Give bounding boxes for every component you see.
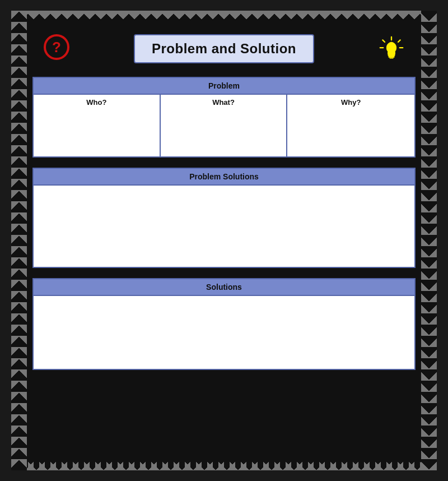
svg-rect-9: [389, 58, 393, 59]
problem-solutions-body: [34, 186, 414, 267]
solutions-header: Solutions: [34, 279, 414, 296]
what-column: What?: [161, 95, 288, 156]
question-icon: ?: [44, 34, 69, 64]
svg-text:?: ?: [52, 39, 61, 55]
solutions-body: [34, 296, 414, 369]
page-wrapper: ? Problem and Solution: [11, 11, 437, 470]
header: ? Problem and Solution: [32, 32, 416, 66]
border-bottom: [11, 455, 437, 470]
problem-columns: Who? What? Why?: [34, 95, 414, 156]
border-left: [11, 11, 27, 470]
problem-header: Problem: [34, 78, 414, 95]
why-column: Why?: [287, 95, 414, 156]
svg-rect-8: [388, 56, 394, 58]
page-title: Problem and Solution: [134, 34, 314, 63]
border-right: [421, 11, 437, 470]
bulb-icon: [379, 36, 404, 62]
problem-solutions-section: Problem Solutions: [32, 168, 416, 268]
who-column: Who?: [34, 95, 161, 156]
solutions-section: Solutions: [32, 278, 416, 370]
border-top: [11, 11, 437, 26]
who-label: Who?: [38, 98, 155, 107]
svg-rect-7: [388, 54, 395, 56]
why-label: Why?: [292, 98, 410, 107]
content-area: ? Problem and Solution: [27, 26, 421, 455]
problem-solutions-header: Problem Solutions: [34, 169, 414, 186]
svg-line-4: [398, 40, 400, 42]
svg-line-3: [382, 40, 385, 42]
problem-section: Problem Who? What? Why?: [32, 77, 416, 158]
what-label: What?: [165, 98, 282, 107]
